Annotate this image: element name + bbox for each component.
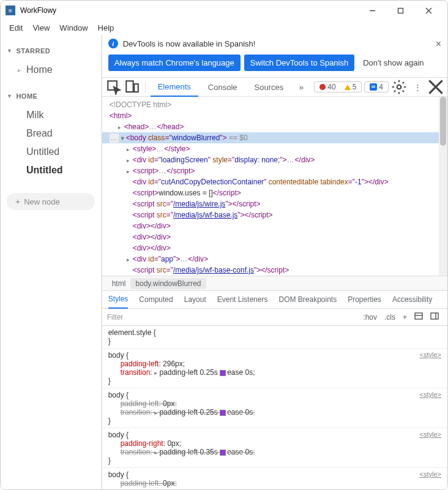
always-match-button[interactable]: Always match Chrome's language [108, 55, 241, 71]
rule-source-link[interactable]: <style> [420, 470, 441, 478]
tab-layout[interactable]: Layout [184, 291, 206, 309]
switch-language-button[interactable]: Switch DevTools to Spanish [244, 55, 354, 71]
device-icon[interactable] [124, 79, 140, 95]
devtools-panel: i DevTools is now available in Spanish! … [102, 35, 447, 490]
prop-name: padding-left [121, 479, 159, 488]
menu-edit[interactable]: Edit [4, 22, 28, 34]
menu-help[interactable]: Help [93, 22, 119, 34]
sidebar-item-label: Home [26, 64, 53, 75]
prop-value: ease 0s [227, 408, 253, 417]
rule-close: } [108, 456, 441, 465]
messages-badge[interactable]: 4 [364, 81, 389, 92]
tab-computed[interactable]: Computed [139, 291, 173, 309]
dont-show-button[interactable]: Don't show again [358, 55, 428, 71]
issues-badge[interactable]: 40 5 [314, 81, 362, 92]
new-node-label: New node [24, 197, 60, 206]
swatch-icon[interactable] [220, 450, 226, 456]
sidebar-item-label: Untitled [26, 165, 63, 176]
svg-rect-12 [431, 313, 438, 319]
close-button[interactable] [414, 1, 442, 20]
styles-pane[interactable]: element.style { } <style> body { padding… [102, 326, 447, 490]
sidebar: ▼STARRED ▸Home ▼HOME Milk Bread Untitled… [1, 35, 102, 490]
sidebar-item-untitled[interactable]: Untitled [7, 143, 95, 161]
sidebar-item-home[interactable]: ▸Home [7, 61, 95, 79]
rule-source-link[interactable]: <style> [420, 391, 441, 398]
error-count: 40 [327, 83, 335, 91]
menu-view[interactable]: View [28, 22, 54, 34]
dom-tree[interactable]: <!DOCTYPE html> <html> ▸<head>…</head> …… [102, 97, 447, 276]
rule-close: } [108, 417, 441, 425]
prop-value: padding-left 0.25s [159, 408, 217, 417]
tab-event-listeners[interactable]: Event Listeners [217, 291, 268, 309]
info-icon: i [108, 39, 118, 48]
sidebar-section-home[interactable]: ▼HOME [7, 92, 95, 100]
sidebar-item-label: Milk [26, 110, 43, 121]
dom-src-link[interactable]: /media/js/wf-base.js [173, 211, 237, 219]
warning-count: 5 [353, 83, 357, 91]
rule-selector: body { [108, 351, 441, 360]
sidebar-item-milk[interactable]: Milk [7, 106, 95, 124]
new-node-button[interactable]: +New node [7, 193, 95, 210]
rule-selector: body { [108, 470, 441, 479]
message-count: 4 [379, 83, 383, 91]
tab-elements[interactable]: Elements [151, 78, 198, 97]
dom-doctype: <!DOCTYPE html> [110, 100, 171, 109]
rule-body-1[interactable]: <style> body { padding-left: 296px; tran… [102, 349, 447, 388]
dom-ellipsis: … [110, 134, 119, 143]
computed-toggle-icon[interactable] [411, 312, 427, 322]
crumb-body[interactable]: body.windowBlurred [130, 278, 206, 289]
sidebar-item-untitled-active[interactable]: Untitled [7, 161, 95, 179]
rule-close: } [108, 377, 441, 385]
rule-source-link[interactable]: <style> [420, 351, 441, 358]
tab-properties[interactable]: Properties [348, 291, 381, 309]
new-rule-icon[interactable]: + [399, 313, 411, 322]
sidebar-toggle-icon[interactable] [427, 312, 442, 322]
settings-icon[interactable] [391, 79, 407, 95]
scrollbar[interactable] [439, 97, 447, 276]
styles-tabstrip: Styles Computed Layout Event Listeners D… [102, 290, 447, 309]
svg-rect-6 [134, 84, 138, 92]
rule-body-3[interactable]: <style> body { padding-right: 0px; trans… [102, 428, 447, 468]
scrollbar-thumb[interactable] [440, 97, 446, 146]
crumb-html[interactable]: html [107, 278, 131, 289]
rule-body-2[interactable]: <style> body { padding-left: 0px; transi… [102, 388, 447, 428]
menu-window[interactable]: Window [54, 22, 92, 34]
tab-accessibility[interactable]: Accessibility [392, 291, 432, 309]
prop-name: transition [121, 368, 151, 377]
inspect-icon[interactable] [106, 79, 122, 95]
sidebar-item-label: Untitled [26, 146, 59, 157]
tab-sources[interactable]: Sources [247, 78, 291, 97]
titlebar: ≡ WorkFlowy [1, 1, 447, 20]
banner-text: DevTools is now available in Spanish! [123, 39, 256, 48]
rule-close: } [108, 337, 441, 345]
prop-name: padding-left [121, 399, 159, 408]
minimize-button[interactable] [358, 1, 386, 20]
sidebar-item-bread[interactable]: Bread [7, 124, 95, 143]
tab-dom-breakpoints[interactable]: DOM Breakpoints [278, 291, 337, 309]
close-devtools-icon[interactable] [428, 79, 444, 95]
dom-src-link[interactable]: /media/js/wire.js [173, 200, 225, 208]
sidebar-section-starred[interactable]: ▼STARRED [7, 47, 95, 55]
close-banner-icon[interactable]: × [436, 39, 441, 50]
tab-styles[interactable]: Styles [108, 291, 129, 309]
dom-src-link[interactable]: /media/js/wf-base-conf.js [173, 266, 254, 274]
tab-console[interactable]: Console [201, 78, 245, 97]
styles-filter-row: Filter :hov .cls + [102, 309, 447, 326]
swatch-icon[interactable] [220, 410, 226, 416]
cls-button[interactable]: .cls [381, 313, 399, 322]
rule-element-style[interactable]: element.style { } [102, 326, 447, 349]
app-icon: ≡ [6, 6, 15, 15]
rule-source-link[interactable]: <style> [420, 431, 441, 438]
svg-point-7 [397, 85, 401, 89]
rule-body-4[interactable]: <style> body { padding-left: 0px; [102, 468, 447, 490]
hov-button[interactable]: :hov [359, 313, 381, 322]
error-icon [319, 84, 326, 90]
rule-selector: body { [108, 431, 441, 439]
prop-value: ease 0s [227, 368, 253, 377]
kebab-icon[interactable]: ⋮ [409, 79, 425, 95]
maximize-button[interactable] [386, 1, 414, 20]
filter-input[interactable]: Filter [107, 313, 360, 322]
more-tabs-icon[interactable]: » [293, 79, 309, 95]
swatch-icon[interactable] [220, 370, 226, 376]
app-title: WorkFlowy [20, 6, 358, 15]
